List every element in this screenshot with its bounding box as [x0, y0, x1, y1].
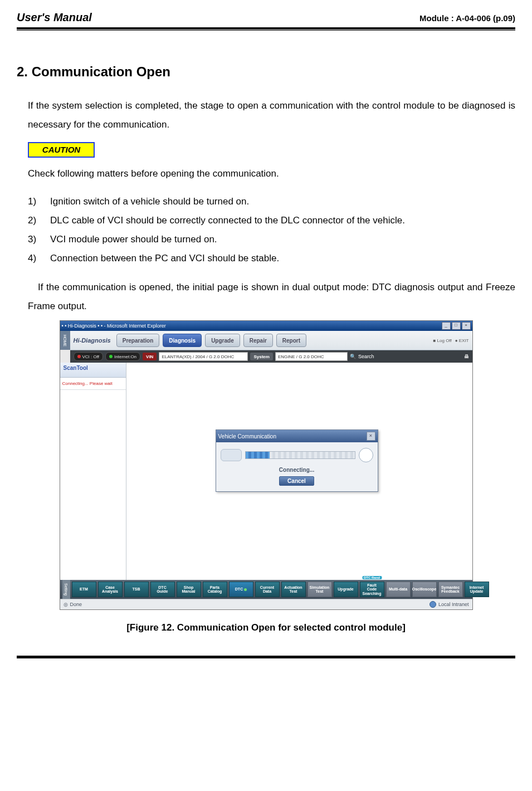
list-item: 4) Connection between the PC and VCI sho… — [28, 249, 515, 268]
internet-status-pill: Internet:On — [105, 352, 140, 361]
app-toolbar: Hi-Diagnosis Preparation Diagnosis Upgra… — [70, 331, 472, 350]
intro-paragraph: If the system selection is completed, th… — [28, 96, 515, 134]
footer-toolbar: Setting ETM Case Analysis TSB DTC Guide … — [60, 580, 472, 599]
dialog-titlebar: Vehicle Communication × — [216, 430, 378, 442]
window-titlebar: • • Hi-Diagnosis • • - Microsoft Interne… — [60, 321, 472, 331]
caution-paragraph: Check following matters before opening t… — [28, 164, 515, 183]
maximize-button[interactable]: □ — [452, 322, 461, 330]
tsb-button[interactable]: TSB — [124, 582, 149, 597]
nav-report[interactable]: Report — [276, 334, 306, 347]
side-panel-title: ScanTool — [60, 363, 126, 378]
print-icon[interactable]: 🖶 — [464, 354, 469, 359]
main-panel: Vehicle Communication × Connecting — [126, 363, 472, 580]
done-icon: ◎ — [64, 602, 68, 607]
internet-update-button[interactable]: Internet Update — [465, 582, 489, 597]
vci-dot-icon — [77, 355, 81, 358]
zone-icon — [429, 601, 436, 608]
list-text: Ignition switch of a vehicle should be t… — [50, 192, 249, 211]
nav-preparation[interactable]: Preparation — [116, 334, 160, 347]
cancel-button[interactable]: Cancel — [279, 476, 314, 486]
multidata-button[interactable]: Multi-data — [386, 582, 411, 597]
list-item: 1) Ignition switch of a vehicle should b… — [28, 192, 515, 211]
progress-bar — [245, 451, 355, 459]
search-label: Search — [358, 354, 374, 359]
header-rule-thin — [17, 30, 515, 31]
minimize-button[interactable]: _ — [442, 322, 451, 330]
figure-caption: [Figure 12. Communication Open for selec… — [17, 622, 515, 633]
simulation-test-button[interactable]: Simulation Test — [308, 582, 332, 597]
net-dot-icon — [109, 355, 113, 358]
case-analysis-button[interactable]: Case Analysis — [98, 582, 123, 597]
setting-tab[interactable]: Setting — [62, 580, 70, 599]
logoff-link[interactable]: ■ Log Off — [433, 338, 452, 343]
home-tab[interactable]: HOME — [60, 331, 70, 350]
footer-rule-thick — [17, 656, 515, 658]
list-number: 3) — [28, 230, 41, 249]
exit-link[interactable]: ● EXIT — [455, 338, 469, 343]
nav-repair[interactable]: Repair — [243, 334, 273, 347]
side-panel: ScanTool Connecting... Please wait — [60, 363, 126, 580]
content-area: ScanTool Connecting... Please wait Vehic… — [60, 363, 472, 580]
vci-status-pill: VCI : Off — [74, 352, 104, 361]
progress-track — [270, 452, 355, 458]
gauge-icon — [359, 448, 373, 462]
section-heading: 2. Communication Open — [17, 64, 515, 80]
actuation-test-button[interactable]: Actuation Test — [281, 582, 306, 597]
status-subbar: VCI : Off Internet:On VIN ELANTRA(XD) / … — [70, 350, 472, 363]
shop-manual-button[interactable]: Shop Manual — [177, 582, 201, 597]
dialog-message: Connecting... — [221, 467, 373, 473]
manual-title: User's Manual — [17, 11, 92, 24]
vin-label: VIN — [143, 353, 157, 360]
result-paragraph: If the communication is opened, the init… — [28, 278, 515, 316]
nav-upgrade[interactable]: Upgrade — [205, 334, 240, 347]
fault-code-searching-button[interactable]: DTC Rand Fault Code Searching — [360, 582, 384, 597]
progress-fill — [246, 452, 270, 458]
list-text: DLC cable of VCI should be correctly con… — [50, 211, 405, 230]
car-icon — [221, 449, 242, 461]
header-rule-thick — [17, 27, 515, 30]
system-label: System — [250, 353, 272, 360]
list-text: Connection between the PC and VCI should… — [50, 249, 279, 268]
feedback-button[interactable]: Symantec Feedback — [438, 582, 463, 597]
close-button[interactable]: × — [462, 322, 471, 330]
parts-catalog-button[interactable]: Parts Catalog — [203, 582, 227, 597]
dialog-title: Vehicle Communication — [218, 433, 277, 440]
side-connecting-text: Connecting... Please wait — [60, 378, 126, 390]
etm-button[interactable]: ETM — [72, 582, 96, 597]
list-text: VCI module power should be turned on. — [50, 230, 217, 249]
list-number: 2) — [28, 211, 41, 230]
oscilloscope-button[interactable]: Oscilloscope — [412, 582, 437, 597]
vin-value: ELANTRA(XD) / 2004 / G 2.0 DOHC — [159, 352, 248, 361]
checklist: 1) Ignition switch of a vehicle should b… — [28, 192, 515, 268]
dtc-guide-button[interactable]: DTC Guide — [150, 582, 175, 597]
window-title: • • Hi-Diagnosis • • - Microsoft Interne… — [62, 323, 166, 329]
module-id: Module : A-04-006 (p.09) — [419, 13, 515, 23]
browser-status-bar: ◎Done Local Intranet — [60, 599, 472, 609]
dialog-close-button[interactable]: × — [367, 432, 375, 441]
list-item: 2) DLC cable of VCI should be correctly … — [28, 211, 515, 230]
search-icon[interactable]: 🔍 — [350, 354, 356, 359]
system-value: ENGINE / G 2.0 DOHC — [275, 352, 348, 361]
list-item: 3) VCI module power should be turned on. — [28, 230, 515, 249]
list-number: 4) — [28, 249, 41, 268]
list-number: 1) — [28, 192, 41, 211]
caution-badge: CAUTION — [28, 142, 95, 158]
nav-diagnosis[interactable]: Diagnosis — [163, 334, 202, 347]
status-done: Done — [70, 602, 82, 607]
current-data-button[interactable]: Current Data — [255, 582, 280, 597]
dtc-rand-label: DTC Rand — [362, 576, 382, 579]
screenshot-figure: • • Hi-Diagnosis • • - Microsoft Interne… — [60, 320, 473, 610]
app-logo: Hi-Diagnosis — [74, 337, 111, 344]
dtc-indicator-icon — [244, 588, 247, 591]
upgrade-button[interactable]: Upgrade — [334, 582, 358, 597]
vehicle-comm-dialog: Vehicle Communication × Connecting — [216, 429, 378, 492]
status-zone: Local Intranet — [438, 602, 469, 607]
dtc-button[interactable]: DTC — [229, 582, 253, 597]
